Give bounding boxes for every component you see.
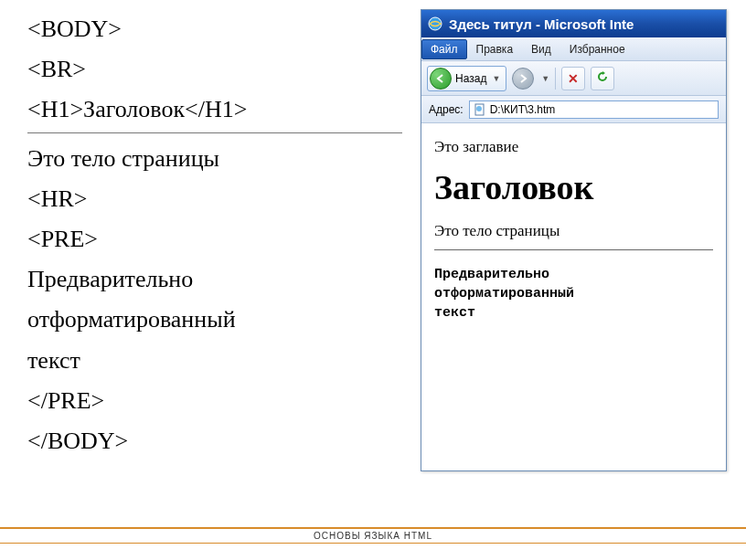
svg-point-2 [476, 106, 482, 111]
code-line: </PRE> [27, 381, 402, 421]
address-bar: Адрес: D:\КИТ\3.htm [421, 96, 726, 123]
back-button[interactable]: Назад ▼ [427, 66, 506, 91]
code-line: <H1>Заголовок</H1> [27, 90, 402, 130]
window-title: Здесь титул - Microsoft Inte [449, 16, 634, 32]
page-horizontal-rule [434, 249, 713, 250]
close-icon: ✕ [568, 71, 579, 86]
menu-bar: Файл Правка Вид Избранное [421, 37, 726, 61]
slide-footer: ОСНОВЫ ЯЗЫКА HTML [0, 527, 746, 544]
code-line: текст [27, 341, 402, 381]
chevron-down-icon[interactable]: ▼ [539, 74, 549, 83]
page-pre-text: Предварительно отформатированный текст [434, 265, 713, 322]
code-line: <BODY> [27, 9, 402, 49]
menu-edit[interactable]: Правка [467, 39, 523, 59]
code-line: </BODY> [27, 421, 402, 461]
code-line: отформатированный [27, 300, 402, 340]
footer-text: ОСНОВЫ ЯЗЫКА HTML [314, 531, 432, 541]
chevron-down-icon: ▼ [490, 74, 500, 83]
page-icon [474, 103, 486, 116]
page-heading: Заголовок [434, 167, 713, 207]
ie-logo-icon [427, 16, 443, 32]
code-line: Это тело страницы [27, 139, 402, 179]
menu-file[interactable]: Файл [421, 39, 467, 59]
window-titlebar: Здесь титул - Microsoft Inte [421, 10, 726, 37]
page-subtitle: Это заглавие [434, 138, 713, 156]
address-value: D:\КИТ\3.htm [490, 103, 556, 116]
address-label: Адрес: [429, 103, 464, 116]
browser-window: Здесь титул - Microsoft Inte Файл Правка… [421, 9, 727, 471]
toolbar-divider [555, 68, 556, 90]
code-line: Предварительно [27, 259, 402, 300]
code-line: <HR> [27, 179, 402, 219]
address-input[interactable]: D:\КИТ\3.htm [469, 100, 719, 119]
arrow-left-icon [430, 68, 452, 90]
refresh-icon [596, 70, 609, 86]
menu-favorites[interactable]: Избранное [560, 39, 634, 59]
back-label: Назад [455, 72, 486, 85]
rendered-page: Это заглавие Заголовок Это тело страницы… [421, 123, 726, 470]
code-line: <PRE> [27, 219, 402, 259]
forward-button[interactable] [512, 68, 534, 90]
code-line: <BR> [27, 49, 402, 90]
menu-view[interactable]: Вид [522, 39, 560, 59]
page-body-text: Это тело страницы [434, 222, 713, 240]
toolbar: Назад ▼ ▼ ✕ [421, 61, 726, 96]
refresh-button[interactable] [591, 67, 614, 90]
separator-line [27, 132, 402, 133]
stop-button[interactable]: ✕ [561, 67, 585, 90]
html-source-code: <BODY> <BR> <H1>Заголовок</H1> Это тело … [0, 0, 421, 507]
